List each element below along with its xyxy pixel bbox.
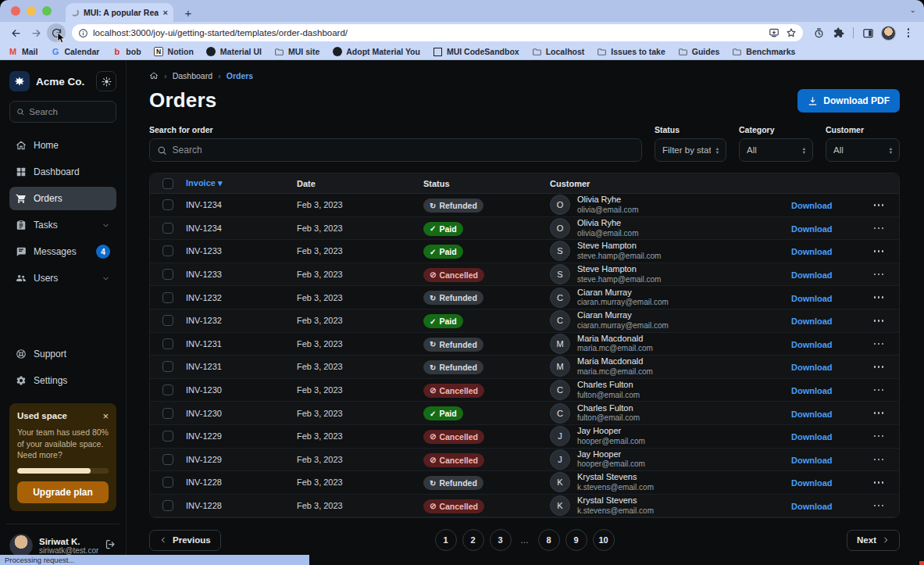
row-checkbox[interactable] (162, 384, 173, 395)
download-link[interactable]: Download (791, 456, 833, 465)
row-checkbox[interactable] (162, 408, 173, 419)
bookmark-bob[interactable]: bbob (112, 47, 141, 57)
download-link[interactable]: Download (791, 432, 833, 442)
page-button-3[interactable]: 3 (490, 529, 512, 551)
reload-button[interactable] (47, 23, 66, 42)
row-menu-button[interactable] (858, 296, 899, 299)
browser-menu-kebab-icon[interactable] (899, 23, 918, 42)
new-tab-button[interactable]: + (180, 4, 197, 21)
row-checkbox[interactable] (162, 361, 173, 372)
row-menu-button[interactable] (858, 505, 899, 507)
bookmark-localhost[interactable]: Localhost (532, 47, 585, 57)
order-search-field[interactable] (149, 138, 642, 162)
sidebar-item-support[interactable]: Support (9, 342, 116, 366)
category-filter-select[interactable]: All ▴▾ (739, 138, 813, 162)
bookmark-mui-site[interactable]: MUI site (274, 47, 319, 57)
bookmark-material-ui[interactable]: Material UI (206, 47, 262, 57)
page-button-8[interactable]: 8 (538, 529, 560, 551)
minimize-window-button[interactable] (27, 6, 36, 16)
sidebar-search[interactable] (9, 101, 116, 123)
download-link[interactable]: Download (791, 294, 833, 303)
row-checkbox[interactable] (162, 431, 173, 442)
logout-icon[interactable] (105, 538, 116, 553)
page-button-9[interactable]: 9 (565, 529, 587, 551)
download-link[interactable]: Download (791, 247, 833, 256)
close-window-button[interactable] (11, 6, 20, 16)
row-menu-button[interactable] (858, 204, 899, 206)
row-menu-button[interactable] (858, 435, 899, 438)
download-link[interactable]: Download (791, 224, 833, 234)
bookmark-calendar[interactable]: GCalendar (50, 47, 99, 57)
bookmark-notion[interactable]: NNotion (154, 47, 194, 57)
row-menu-button[interactable] (858, 481, 899, 484)
previous-page-button[interactable]: Previous (149, 530, 221, 551)
bookmark-adopt-material-you[interactable]: Adopt Material You (332, 47, 420, 57)
bookmark-star-icon[interactable] (786, 27, 797, 38)
row-menu-button[interactable] (858, 366, 899, 368)
extensions-puzzle-icon[interactable] (829, 23, 848, 42)
customer-filter-select[interactable]: All ▴▾ (826, 138, 900, 162)
download-link[interactable]: Download (791, 270, 833, 280)
page-button-1[interactable]: 1 (435, 529, 457, 551)
bookmark-benchmarks[interactable]: Benchmarks (732, 47, 795, 57)
download-link[interactable]: Download (791, 478, 833, 488)
extension-clock-icon[interactable] (809, 23, 828, 42)
row-checkbox[interactable] (162, 245, 173, 256)
row-menu-button[interactable] (858, 274, 899, 276)
upgrade-plan-button[interactable]: Upgrade plan (17, 481, 109, 503)
bookmark-guides[interactable]: Guides (678, 47, 720, 57)
dismiss-card-icon[interactable]: × (102, 411, 109, 421)
bookmark-issues-to-take[interactable]: Issues to take (597, 47, 665, 57)
sidebar-item-settings[interactable]: Settings (9, 369, 116, 392)
row-menu-button[interactable] (858, 250, 899, 252)
back-button[interactable] (6, 23, 25, 42)
download-link[interactable]: Download (791, 363, 833, 372)
status-filter-select[interactable]: Filter by status ▴▾ (655, 138, 726, 162)
home-icon[interactable] (149, 71, 159, 80)
row-checkbox[interactable] (162, 223, 173, 234)
bookmark-mui-codesandbox[interactable]: MUI CodeSandbox (433, 47, 519, 57)
row-checkbox[interactable] (162, 269, 173, 280)
browser-tab[interactable]: MUI: A popular React UI fram × (66, 3, 173, 22)
download-link[interactable]: Download (791, 340, 833, 349)
row-checkbox[interactable] (162, 199, 173, 210)
row-menu-button[interactable] (858, 227, 899, 230)
row-checkbox[interactable] (162, 454, 173, 465)
next-page-button[interactable]: Next (847, 530, 900, 551)
sidebar-item-users[interactable]: Users (9, 266, 116, 290)
row-checkbox[interactable] (162, 477, 173, 488)
download-pdf-button[interactable]: Download PDF (797, 89, 900, 113)
download-link[interactable]: Download (791, 409, 833, 419)
row-checkbox[interactable] (162, 292, 173, 303)
download-link[interactable]: Download (791, 502, 833, 511)
page-button-2[interactable]: 2 (462, 529, 484, 551)
order-search-input[interactable] (173, 145, 634, 156)
theme-toggle-button[interactable] (96, 71, 116, 91)
sidebar-item-home[interactable]: Home (9, 134, 116, 157)
side-panel-icon[interactable] (858, 23, 877, 42)
select-all-checkbox[interactable] (162, 178, 173, 189)
sidebar-item-tasks[interactable]: Tasks (9, 213, 116, 237)
sidebar-item-orders[interactable]: Orders (9, 187, 116, 210)
page-button-10[interactable]: 10 (593, 529, 615, 551)
url-text[interactable]: localhost:3000/joy-ui/getting-started/te… (93, 28, 764, 38)
row-checkbox[interactable] (162, 500, 173, 511)
maximize-window-button[interactable] (42, 6, 52, 16)
tab-search-icon[interactable]: ⌄ (910, 5, 916, 14)
row-menu-button[interactable] (858, 459, 899, 461)
breadcrumb-dashboard[interactable]: Dashboard (173, 71, 212, 80)
row-checkbox[interactable] (162, 315, 173, 326)
sidebar-item-dashboard[interactable]: Dashboard (9, 160, 116, 184)
download-link[interactable]: Download (791, 316, 833, 326)
forward-button[interactable] (27, 23, 45, 42)
install-app-icon[interactable] (769, 27, 780, 38)
row-menu-button[interactable] (858, 412, 899, 414)
profile-avatar[interactable] (879, 23, 897, 42)
tab-close-icon[interactable]: × (163, 8, 168, 17)
row-menu-button[interactable] (858, 389, 899, 392)
sidebar-search-input[interactable] (29, 107, 109, 116)
row-menu-button[interactable] (858, 320, 899, 322)
url-bar[interactable]: localhost:3000/joy-ui/getting-started/te… (72, 24, 803, 41)
download-link[interactable]: Download (791, 201, 833, 210)
row-checkbox[interactable] (162, 338, 173, 349)
